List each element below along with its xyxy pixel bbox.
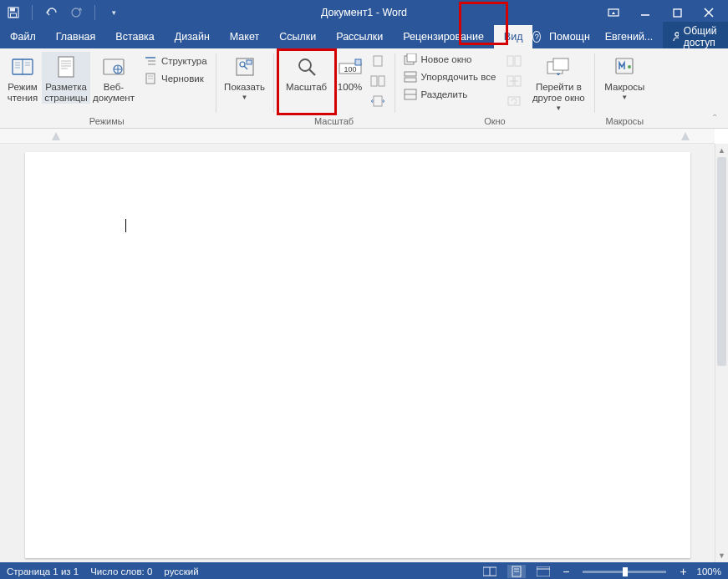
draft-label: Черновик [161, 74, 204, 84]
print-layout-button[interactable]: Разметка страницы [42, 52, 90, 104]
svg-point-3 [72, 8, 80, 17]
document-page[interactable] [25, 152, 690, 558]
svg-rect-1 [10, 8, 15, 12]
switch-windows-icon [545, 53, 572, 80]
tell-me-icon[interactable]: ? [532, 31, 541, 43]
outline-button[interactable]: Структура [140, 53, 211, 69]
tell-me-label[interactable]: Помощн [544, 31, 595, 43]
arrange-all-button[interactable]: Упорядочить все [400, 69, 500, 84]
one-page-icon[interactable] [370, 53, 385, 69]
scroll-track[interactable] [715, 157, 728, 549]
group-show: Показать ▼ [216, 52, 273, 128]
group-zoom-label: Масштаб [314, 114, 354, 128]
web-view-icon[interactable] [534, 565, 552, 578]
tab-references[interactable]: Ссылки [269, 25, 326, 48]
group-modes-label: Режимы [89, 114, 125, 128]
zoom-in-button[interactable]: + [678, 565, 688, 578]
share-button[interactable]: Общий доступ [663, 22, 728, 52]
status-page[interactable]: Страница 1 из 1 [7, 566, 79, 576]
multi-page-icon[interactable] [370, 74, 385, 89]
qat-separator [94, 5, 95, 20]
group-modes: Режим чтения Разметка страницы Веб-докум… [0, 52, 216, 128]
qat-customize-icon[interactable]: ▾ [107, 8, 116, 17]
vertical-scrollbar[interactable]: ▲ ▼ [715, 144, 728, 562]
zoom-button[interactable]: Масштаб [281, 52, 333, 93]
zoom-level[interactable]: 100% [697, 566, 721, 576]
split-label: Разделить [421, 89, 468, 99]
tab-layout[interactable]: Макет [220, 25, 269, 48]
read-view-icon[interactable] [481, 565, 499, 578]
window-title: Документ1 - Word [321, 7, 407, 18]
draft-button[interactable]: Черновик [140, 71, 211, 86]
svg-rect-2 [11, 13, 17, 18]
web-layout-button[interactable]: Веб-документ [90, 52, 137, 104]
tab-file[interactable]: Файл [0, 25, 46, 48]
scroll-down-icon[interactable]: ▼ [715, 549, 728, 562]
document-viewport[interactable] [0, 144, 715, 562]
svg-point-36 [299, 59, 311, 71]
svg-rect-46 [407, 53, 416, 62]
save-icon[interactable] [7, 6, 20, 19]
split-button[interactable]: Разделить [400, 87, 500, 102]
svg-rect-17 [59, 57, 74, 77]
macros-button[interactable]: Макросы ▼ [600, 52, 649, 101]
document-area: ▲ ▼ [0, 144, 728, 562]
new-window-label: Новое окно [421, 54, 472, 64]
new-window-button[interactable]: Новое окно [400, 52, 500, 67]
zoom-100-label: 100% [338, 82, 362, 93]
svg-rect-43 [379, 76, 384, 86]
zoom-100-icon: 100 [337, 53, 364, 80]
text-cursor [125, 219, 126, 232]
collapse-ribbon-icon[interactable]: ⌃ [711, 113, 723, 124]
svg-rect-51 [507, 56, 513, 66]
side-by-side-icon[interactable] [507, 53, 522, 69]
zoom-100-button[interactable]: 100 100% [333, 52, 368, 93]
tab-mailings[interactable]: Рассылки [326, 25, 393, 48]
sync-scroll-icon[interactable] [507, 74, 522, 89]
tab-home[interactable]: Главная [46, 25, 106, 48]
zoom-label: Масштаб [286, 82, 327, 93]
svg-rect-44 [374, 96, 382, 106]
tab-view[interactable]: Вид [494, 25, 533, 48]
zoom-slider[interactable] [583, 571, 666, 573]
print-layout-label: Разметка страницы [43, 82, 89, 104]
status-language[interactable]: русский [164, 566, 198, 576]
window-controls [606, 5, 728, 20]
ribbon-options-icon[interactable] [606, 5, 621, 20]
zoom-slider-knob[interactable] [623, 567, 628, 576]
scroll-thumb[interactable] [717, 157, 726, 366]
web-layout-label: Веб-документ [91, 82, 136, 104]
tab-design[interactable]: Дизайн [165, 25, 220, 48]
print-view-icon[interactable] [507, 565, 526, 578]
chevron-down-icon: ▼ [621, 94, 628, 101]
maximize-icon[interactable] [669, 5, 685, 20]
minimize-icon[interactable] [638, 5, 653, 20]
switch-windows-button[interactable]: Перейти в другое окно ▼ [527, 52, 589, 113]
print-layout-icon [53, 53, 79, 80]
scroll-up-icon[interactable]: ▲ [715, 144, 728, 157]
read-mode-button[interactable]: Режим чтения [3, 52, 42, 104]
quick-access-toolbar: ▾ [0, 5, 116, 20]
user-name[interactable]: Евгений... [598, 31, 660, 43]
macros-icon [611, 53, 638, 80]
draft-icon [144, 72, 157, 85]
status-words[interactable]: Число слов: 0 [90, 566, 152, 576]
share-label: Общий доступ [684, 25, 725, 48]
redo-icon[interactable] [69, 6, 83, 19]
show-button[interactable]: Показать ▼ [221, 52, 268, 101]
close-icon[interactable] [701, 5, 716, 20]
qat-separator [32, 5, 33, 20]
svg-rect-35 [247, 60, 252, 64]
svg-text:100: 100 [344, 65, 356, 74]
read-mode-icon [9, 53, 36, 80]
zoom-out-button[interactable]: − [561, 565, 571, 578]
reset-position-icon[interactable] [507, 94, 522, 109]
tab-review[interactable]: Рецензирование [393, 25, 494, 48]
page-width-icon[interactable] [370, 94, 385, 109]
group-macros-label: Макросы [605, 114, 644, 128]
horizontal-ruler[interactable] [0, 129, 715, 144]
tab-insert[interactable]: Вставка [105, 25, 164, 48]
group-window-label: Окно [484, 114, 506, 128]
undo-icon[interactable] [44, 6, 58, 19]
svg-rect-41 [374, 56, 382, 66]
